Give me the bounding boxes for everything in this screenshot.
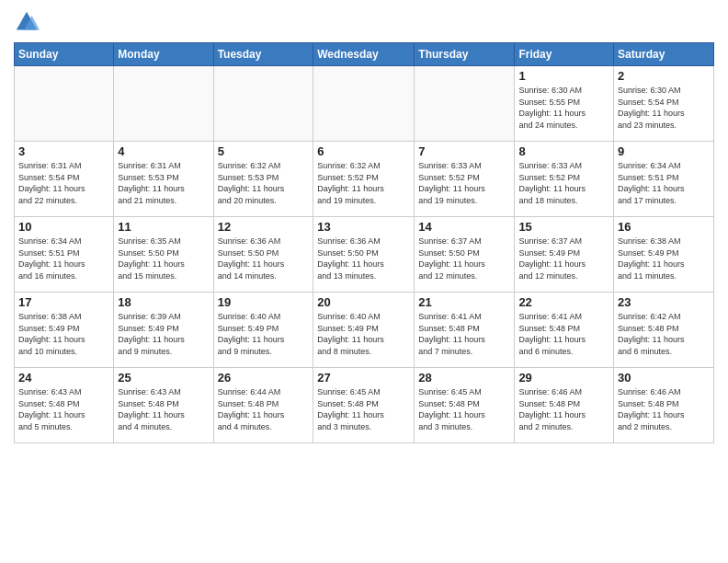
day-info: Sunrise: 6:40 AM Sunset: 5:49 PM Dayligh… bbox=[218, 311, 310, 357]
day-number: 24 bbox=[18, 371, 109, 385]
calendar-cell: 13Sunrise: 6:36 AM Sunset: 5:50 PM Dayli… bbox=[313, 217, 415, 293]
calendar-cell: 27Sunrise: 6:45 AM Sunset: 5:48 PM Dayli… bbox=[313, 368, 415, 443]
day-number: 5 bbox=[218, 144, 310, 158]
day-info: Sunrise: 6:45 AM Sunset: 5:48 PM Dayligh… bbox=[317, 386, 410, 432]
logo-icon bbox=[14, 9, 40, 35]
day-info: Sunrise: 6:39 AM Sunset: 5:49 PM Dayligh… bbox=[118, 311, 209, 357]
day-info: Sunrise: 6:30 AM Sunset: 5:55 PM Dayligh… bbox=[518, 85, 609, 131]
calendar-week-1: 1Sunrise: 6:30 AM Sunset: 5:55 PM Daylig… bbox=[15, 66, 714, 142]
day-number: 6 bbox=[317, 144, 410, 158]
weekday-header-wednesday: Wednesday bbox=[313, 43, 415, 66]
day-info: Sunrise: 6:42 AM Sunset: 5:48 PM Dayligh… bbox=[618, 311, 710, 357]
day-info: Sunrise: 6:38 AM Sunset: 5:49 PM Dayligh… bbox=[618, 236, 710, 282]
day-number: 19 bbox=[218, 295, 310, 309]
calendar-cell: 1Sunrise: 6:30 AM Sunset: 5:55 PM Daylig… bbox=[515, 66, 614, 142]
calendar-cell: 23Sunrise: 6:42 AM Sunset: 5:48 PM Dayli… bbox=[614, 293, 714, 368]
weekday-header-thursday: Thursday bbox=[415, 43, 515, 66]
day-number: 26 bbox=[218, 371, 310, 385]
day-info: Sunrise: 6:38 AM Sunset: 5:49 PM Dayligh… bbox=[18, 311, 109, 357]
day-info: Sunrise: 6:37 AM Sunset: 5:49 PM Dayligh… bbox=[518, 236, 609, 282]
day-number: 2 bbox=[618, 69, 710, 83]
weekday-row: SundayMondayTuesdayWednesdayThursdayFrid… bbox=[15, 43, 714, 66]
day-info: Sunrise: 6:33 AM Sunset: 5:52 PM Dayligh… bbox=[518, 160, 609, 206]
calendar-cell: 26Sunrise: 6:44 AM Sunset: 5:48 PM Dayli… bbox=[213, 368, 313, 443]
day-info: Sunrise: 6:46 AM Sunset: 5:48 PM Dayligh… bbox=[518, 386, 609, 432]
day-number: 30 bbox=[618, 371, 710, 385]
calendar-cell bbox=[313, 66, 415, 142]
day-info: Sunrise: 6:45 AM Sunset: 5:48 PM Dayligh… bbox=[418, 386, 510, 432]
day-number: 14 bbox=[418, 220, 510, 234]
day-info: Sunrise: 6:44 AM Sunset: 5:48 PM Dayligh… bbox=[218, 386, 310, 432]
weekday-header-monday: Monday bbox=[114, 43, 213, 66]
calendar-week-5: 24Sunrise: 6:43 AM Sunset: 5:48 PM Dayli… bbox=[15, 368, 714, 443]
day-number: 3 bbox=[18, 144, 109, 158]
day-info: Sunrise: 6:34 AM Sunset: 5:51 PM Dayligh… bbox=[18, 236, 109, 282]
calendar-table: SundayMondayTuesdayWednesdayThursdayFrid… bbox=[14, 42, 714, 443]
calendar-cell: 9Sunrise: 6:34 AM Sunset: 5:51 PM Daylig… bbox=[614, 142, 714, 217]
day-info: Sunrise: 6:46 AM Sunset: 5:48 PM Dayligh… bbox=[618, 386, 710, 432]
day-number: 10 bbox=[18, 220, 109, 234]
day-info: Sunrise: 6:31 AM Sunset: 5:53 PM Dayligh… bbox=[118, 160, 209, 206]
calendar-cell: 10Sunrise: 6:34 AM Sunset: 5:51 PM Dayli… bbox=[15, 217, 114, 293]
logo bbox=[14, 9, 43, 35]
header bbox=[14, 9, 714, 35]
day-info: Sunrise: 6:32 AM Sunset: 5:53 PM Dayligh… bbox=[218, 160, 310, 206]
calendar-cell: 6Sunrise: 6:32 AM Sunset: 5:52 PM Daylig… bbox=[313, 142, 415, 217]
calendar-cell: 30Sunrise: 6:46 AM Sunset: 5:48 PM Dayli… bbox=[614, 368, 714, 443]
calendar-week-2: 3Sunrise: 6:31 AM Sunset: 5:54 PM Daylig… bbox=[15, 142, 714, 217]
calendar-cell: 16Sunrise: 6:38 AM Sunset: 5:49 PM Dayli… bbox=[614, 217, 714, 293]
calendar-cell bbox=[213, 66, 313, 142]
day-number: 18 bbox=[118, 295, 209, 309]
calendar-body: 1Sunrise: 6:30 AM Sunset: 5:55 PM Daylig… bbox=[15, 66, 714, 443]
calendar-cell: 8Sunrise: 6:33 AM Sunset: 5:52 PM Daylig… bbox=[515, 142, 614, 217]
day-info: Sunrise: 6:43 AM Sunset: 5:48 PM Dayligh… bbox=[18, 386, 109, 432]
day-number: 8 bbox=[518, 144, 609, 158]
calendar-cell: 14Sunrise: 6:37 AM Sunset: 5:50 PM Dayli… bbox=[415, 217, 515, 293]
calendar-cell: 4Sunrise: 6:31 AM Sunset: 5:53 PM Daylig… bbox=[114, 142, 213, 217]
calendar-cell: 7Sunrise: 6:33 AM Sunset: 5:52 PM Daylig… bbox=[415, 142, 515, 217]
day-info: Sunrise: 6:30 AM Sunset: 5:54 PM Dayligh… bbox=[618, 85, 710, 131]
day-number: 25 bbox=[118, 371, 209, 385]
calendar-cell: 12Sunrise: 6:36 AM Sunset: 5:50 PM Dayli… bbox=[213, 217, 313, 293]
day-info: Sunrise: 6:41 AM Sunset: 5:48 PM Dayligh… bbox=[418, 311, 510, 357]
calendar-cell: 11Sunrise: 6:35 AM Sunset: 5:50 PM Dayli… bbox=[114, 217, 213, 293]
day-info: Sunrise: 6:40 AM Sunset: 5:49 PM Dayligh… bbox=[317, 311, 410, 357]
calendar-cell: 21Sunrise: 6:41 AM Sunset: 5:48 PM Dayli… bbox=[415, 293, 515, 368]
calendar-cell bbox=[114, 66, 213, 142]
day-number: 22 bbox=[518, 295, 609, 309]
weekday-header-friday: Friday bbox=[515, 43, 614, 66]
calendar-cell: 5Sunrise: 6:32 AM Sunset: 5:53 PM Daylig… bbox=[213, 142, 313, 217]
day-info: Sunrise: 6:35 AM Sunset: 5:50 PM Dayligh… bbox=[118, 236, 209, 282]
day-number: 16 bbox=[618, 220, 710, 234]
calendar-cell: 18Sunrise: 6:39 AM Sunset: 5:49 PM Dayli… bbox=[114, 293, 213, 368]
day-number: 13 bbox=[317, 220, 410, 234]
calendar-cell: 29Sunrise: 6:46 AM Sunset: 5:48 PM Dayli… bbox=[515, 368, 614, 443]
calendar-cell: 2Sunrise: 6:30 AM Sunset: 5:54 PM Daylig… bbox=[614, 66, 714, 142]
calendar-header: SundayMondayTuesdayWednesdayThursdayFrid… bbox=[15, 43, 714, 66]
day-number: 23 bbox=[618, 295, 710, 309]
calendar-cell: 15Sunrise: 6:37 AM Sunset: 5:49 PM Dayli… bbox=[515, 217, 614, 293]
calendar-cell: 28Sunrise: 6:45 AM Sunset: 5:48 PM Dayli… bbox=[415, 368, 515, 443]
calendar-week-3: 10Sunrise: 6:34 AM Sunset: 5:51 PM Dayli… bbox=[15, 217, 714, 293]
calendar-cell: 25Sunrise: 6:43 AM Sunset: 5:48 PM Dayli… bbox=[114, 368, 213, 443]
day-info: Sunrise: 6:36 AM Sunset: 5:50 PM Dayligh… bbox=[218, 236, 310, 282]
day-number: 7 bbox=[418, 144, 510, 158]
day-info: Sunrise: 6:31 AM Sunset: 5:54 PM Dayligh… bbox=[18, 160, 109, 206]
day-info: Sunrise: 6:32 AM Sunset: 5:52 PM Dayligh… bbox=[317, 160, 410, 206]
day-number: 1 bbox=[518, 69, 609, 83]
day-info: Sunrise: 6:43 AM Sunset: 5:48 PM Dayligh… bbox=[118, 386, 209, 432]
day-number: 27 bbox=[317, 371, 410, 385]
calendar-cell: 22Sunrise: 6:41 AM Sunset: 5:48 PM Dayli… bbox=[515, 293, 614, 368]
calendar-cell: 17Sunrise: 6:38 AM Sunset: 5:49 PM Dayli… bbox=[15, 293, 114, 368]
weekday-header-sunday: Sunday bbox=[15, 43, 114, 66]
day-number: 4 bbox=[118, 144, 209, 158]
day-number: 29 bbox=[518, 371, 609, 385]
calendar-week-4: 17Sunrise: 6:38 AM Sunset: 5:49 PM Dayli… bbox=[15, 293, 714, 368]
day-number: 20 bbox=[317, 295, 410, 309]
page: SundayMondayTuesdayWednesdayThursdayFrid… bbox=[0, 0, 728, 563]
calendar-cell: 19Sunrise: 6:40 AM Sunset: 5:49 PM Dayli… bbox=[213, 293, 313, 368]
day-number: 17 bbox=[18, 295, 109, 309]
day-info: Sunrise: 6:33 AM Sunset: 5:52 PM Dayligh… bbox=[418, 160, 510, 206]
calendar-cell: 24Sunrise: 6:43 AM Sunset: 5:48 PM Dayli… bbox=[15, 368, 114, 443]
day-number: 9 bbox=[618, 144, 710, 158]
